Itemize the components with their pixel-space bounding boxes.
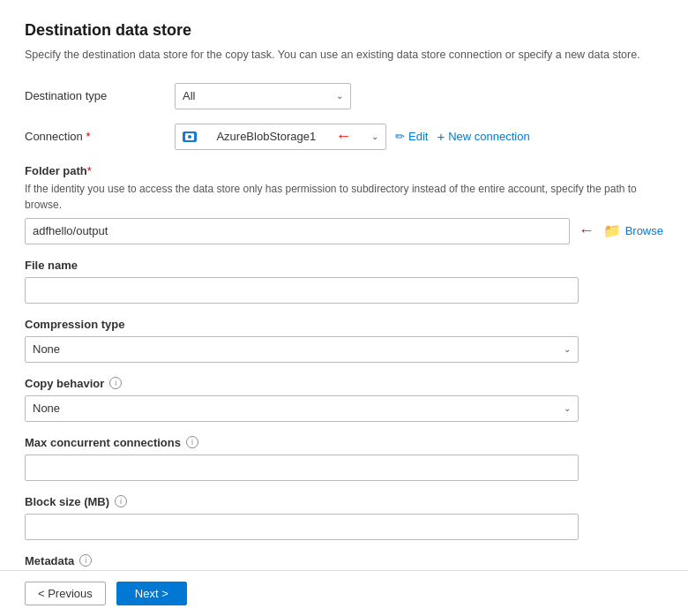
file-name-label: File name	[25, 259, 663, 272]
copy-behavior-label: Copy behavior i	[25, 377, 663, 390]
new-connection-link[interactable]: + New connection	[437, 129, 529, 144]
connection-value: AzureBlobStorage1	[216, 130, 316, 143]
previous-label: < Previous	[38, 587, 93, 600]
block-size-label: Block size (MB) i	[25, 495, 663, 508]
metadata-info-icon: i	[79, 554, 92, 567]
azure-blob-icon	[183, 131, 197, 142]
new-connection-label: New connection	[448, 130, 530, 143]
folder-icon: 📁	[603, 222, 621, 239]
file-name-input[interactable]	[25, 277, 579, 304]
copy-behavior-section: Copy behavior i None ⌄	[25, 377, 663, 422]
max-concurrent-input[interactable]	[25, 454, 579, 481]
browse-button[interactable]: 📁 Browse	[603, 222, 663, 239]
block-size-section: Block size (MB) i	[25, 495, 663, 540]
compression-type-select[interactable]: None ⌄	[25, 336, 579, 363]
folder-path-input[interactable]	[25, 218, 570, 244]
next-label: Next >	[135, 587, 168, 600]
connection-chevron-icon: ⌄	[371, 131, 378, 141]
page-title: Destination data store	[25, 21, 663, 40]
compression-type-chevron-icon: ⌄	[564, 344, 571, 354]
copy-behavior-value: None	[33, 402, 60, 415]
destination-type-value: All	[183, 89, 195, 102]
destination-type-control: All ⌄	[175, 83, 663, 109]
edit-label: Edit	[408, 130, 428, 143]
edit-icon: ✏	[395, 130, 405, 143]
max-concurrent-section: Max concurrent connections i	[25, 436, 663, 481]
plus-icon: +	[437, 129, 445, 144]
connection-row: Connection * AzureBlobStorage1 ← ⌄ ✏	[25, 124, 663, 150]
destination-type-select[interactable]: All ⌄	[175, 83, 351, 109]
folder-path-desc: If the identity you use to access the da…	[25, 181, 663, 213]
connection-select[interactable]: AzureBlobStorage1 ← ⌄	[175, 124, 386, 150]
folder-path-label-row: Folder path *	[25, 164, 663, 177]
max-concurrent-label: Max concurrent connections i	[25, 436, 663, 449]
max-concurrent-info-icon: i	[186, 436, 198, 448]
page-subtitle: Specify the destination data store for t…	[25, 47, 663, 64]
destination-type-chevron-icon: ⌄	[336, 91, 343, 101]
connection-control: AzureBlobStorage1 ← ⌄ ✏ Edit + New conne…	[175, 124, 663, 150]
compression-type-label: Compression type	[25, 318, 663, 331]
connection-label: Connection *	[25, 130, 175, 143]
bottom-nav: < Previous Next >	[0, 570, 688, 616]
file-name-section: File name	[25, 259, 663, 304]
folder-path-section: Folder path * If the identity you use to…	[25, 164, 663, 244]
copy-behavior-chevron-icon: ⌄	[564, 403, 571, 413]
metadata-section: Metadata i	[25, 554, 663, 567]
copy-behavior-select[interactable]: None ⌄	[25, 395, 579, 422]
next-button[interactable]: Next >	[116, 582, 187, 605]
compression-type-section: Compression type None ⌄	[25, 318, 663, 363]
folder-arrow-indicator: ←	[579, 222, 595, 240]
folder-path-required: *	[87, 164, 92, 177]
copy-behavior-info-icon: i	[109, 377, 122, 389]
metadata-label: Metadata i	[25, 554, 663, 567]
browse-label: Browse	[625, 224, 663, 237]
connection-arrow-indicator: ←	[336, 127, 352, 146]
block-size-input[interactable]	[25, 514, 579, 540]
folder-path-label: Folder path	[25, 164, 87, 177]
block-size-info-icon: i	[115, 495, 127, 507]
destination-type-label: Destination type	[25, 89, 175, 102]
destination-type-row: Destination type All ⌄	[25, 83, 663, 109]
compression-type-value: None	[33, 342, 60, 356]
folder-input-row: ← 📁 Browse	[25, 218, 663, 244]
edit-link[interactable]: ✏ Edit	[395, 130, 428, 143]
previous-button[interactable]: < Previous	[25, 582, 106, 605]
connection-required: *	[86, 130, 90, 143]
